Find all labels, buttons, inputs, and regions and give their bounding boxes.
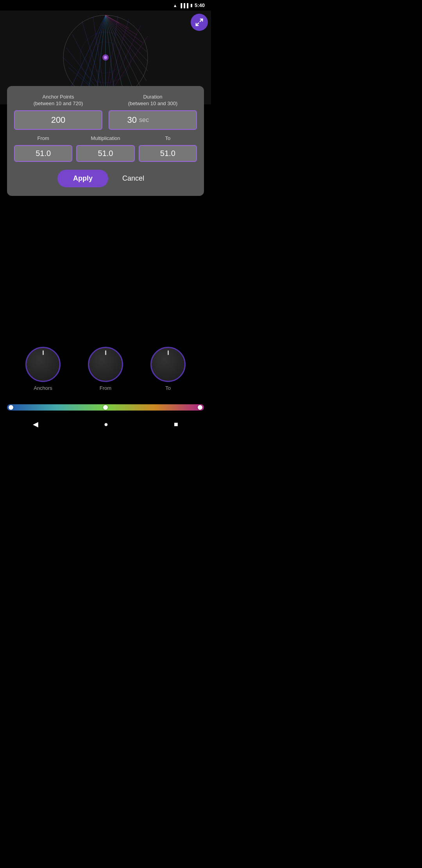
- from-knob-container: From: [88, 347, 123, 391]
- duration-label: Duration (between 10 and 300): [128, 94, 177, 107]
- from-knob[interactable]: [88, 347, 123, 382]
- multiplication-input[interactable]: [76, 145, 134, 162]
- gradient-dot-center: [103, 405, 108, 410]
- from-field: From: [14, 135, 72, 162]
- to-knob[interactable]: [150, 347, 186, 382]
- wifi-icon: ▲: [173, 3, 177, 8]
- status-time: 5:40: [195, 2, 205, 8]
- anchors-knob-indicator: [43, 350, 44, 355]
- duration-input-wrapper: sec: [109, 110, 197, 130]
- cancel-button[interactable]: Cancel: [113, 170, 154, 187]
- svg-point-32: [104, 56, 107, 59]
- settings-modal: Anchor Points (between 10 and 720) Durat…: [7, 86, 204, 196]
- modal-row-1: Anchor Points (between 10 and 720) Durat…: [14, 94, 197, 130]
- to-label: To: [165, 135, 170, 142]
- status-bar: ▲ ▐▐▐ ▮ 5:40: [0, 0, 211, 11]
- knobs-area: Anchors From To: [0, 347, 211, 391]
- expand-button[interactable]: [191, 14, 208, 31]
- multiplication-label: Multiplication: [91, 135, 120, 142]
- anchor-points-input[interactable]: [14, 110, 102, 130]
- signal-icon: ▐▐▐: [179, 3, 188, 8]
- from-label: From: [37, 135, 49, 142]
- to-knob-container: To: [150, 347, 186, 391]
- gradient-dot-left: [9, 405, 13, 410]
- anchors-knob-container: Anchors: [25, 347, 61, 391]
- nav-home-button[interactable]: [96, 417, 116, 432]
- nav-back-button[interactable]: [25, 417, 46, 432]
- android-nav-bar: [0, 414, 211, 434]
- duration-unit: sec: [139, 117, 149, 124]
- modal-row-2: From Multiplication To: [14, 135, 197, 162]
- battery-icon: ▮: [190, 3, 193, 8]
- color-gradient-bar[interactable]: [7, 404, 204, 411]
- svg-line-1: [70, 15, 106, 89]
- multiplication-field: Multiplication: [76, 135, 134, 162]
- svg-line-12: [106, 15, 148, 61]
- to-field: To: [139, 135, 197, 162]
- anchors-knob-label: Anchors: [34, 385, 52, 391]
- to-knob-label: To: [165, 385, 171, 391]
- svg-line-2: [78, 15, 106, 95]
- to-input[interactable]: [139, 145, 197, 162]
- anchor-points-field: Anchor Points (between 10 and 720): [14, 94, 102, 130]
- duration-input[interactable]: [113, 115, 137, 125]
- anchor-points-label: Anchor Points (between 10 and 720): [34, 94, 83, 107]
- to-knob-indicator: [168, 350, 169, 355]
- from-knob-label: From: [100, 385, 111, 391]
- modal-buttons: Apply Cancel: [14, 170, 197, 187]
- apply-button[interactable]: Apply: [57, 170, 108, 187]
- nav-recent-button[interactable]: [166, 417, 186, 432]
- from-input[interactable]: [14, 145, 72, 162]
- svg-line-9: [106, 15, 141, 89]
- duration-field: Duration (between 10 and 300) sec: [109, 94, 197, 130]
- gradient-dot-right: [198, 405, 202, 410]
- anchors-knob[interactable]: [25, 347, 61, 382]
- from-knob-indicator: [105, 350, 106, 355]
- status-icons: ▲ ▐▐▐ ▮ 5:40: [173, 2, 205, 8]
